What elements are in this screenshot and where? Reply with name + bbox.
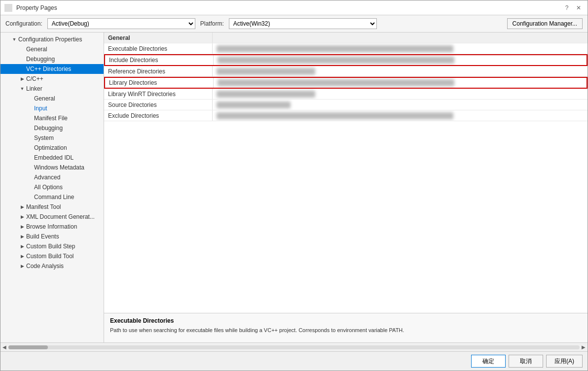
platform-label: Platform: [200, 20, 224, 27]
sidebar-item-manifest-tool[interactable]: ▶ Manifest Tool [0, 202, 104, 212]
blurred-value-ref [217, 68, 315, 75]
sidebar-item-linker-opt[interactable]: Optimization [0, 143, 104, 153]
prop-name-exec-dirs: Executable Directories [104, 43, 213, 54]
table-row[interactable]: Exclude Directories [104, 110, 588, 121]
scroll-track[interactable] [8, 345, 580, 349]
blurred-value [217, 45, 453, 52]
prop-name-libwinrt-dirs: Library WinRT Directories [104, 89, 213, 99]
expand-icon-linker-advanced [26, 173, 34, 181]
sidebar-item-label-general: General [26, 46, 47, 53]
section-header-value [213, 33, 588, 43]
prop-name-include-dirs: Include Directories [105, 55, 214, 65]
expand-icon-linker-allopts [26, 183, 34, 191]
sidebar-item-label-debugging: Debugging [26, 56, 55, 63]
ok-button[interactable]: 确定 [471, 355, 506, 368]
sidebar-item-label-vc-dirs: VC++ Directories [26, 66, 71, 72]
sidebar-item-linker-general[interactable]: General [0, 94, 104, 103]
configuration-select[interactable]: Active(Debug) [47, 18, 195, 29]
sidebar-item-label-linker: Linker [26, 85, 42, 92]
help-button[interactable]: ? [562, 3, 572, 13]
sidebar-item-linker[interactable]: ▼ Linker [0, 84, 104, 94]
config-row: Configuration: Active(Debug) Platform: A… [0, 15, 588, 33]
expand-icon-linker-embedded [26, 154, 34, 162]
window-title: Property Pages [16, 4, 57, 11]
apply-button[interactable]: 应用(A) [546, 355, 583, 368]
prop-value-libwinrt-dirs[interactable] [213, 89, 588, 99]
sidebar-item-code-analysis[interactable]: ▶ Code Analysis [0, 261, 104, 271]
sidebar-item-label-cpp: C/C++ [26, 75, 43, 82]
sidebar-item-linker-allopts[interactable]: All Options [0, 182, 104, 192]
sidebar-item-general[interactable]: General [0, 44, 104, 54]
sidebar-item-linker-manifest[interactable]: Manifest File [0, 113, 104, 123]
sidebar-item-linker-embedded[interactable]: Embedded IDL [0, 153, 104, 163]
sidebar-item-linker-advanced[interactable]: Advanced [0, 172, 104, 182]
sidebar-item-label-custom-build-step: Custom Build Step [26, 243, 75, 250]
prop-value-include-dirs[interactable] [214, 55, 587, 65]
expand-icon-manifest-tool: ▶ [18, 203, 26, 211]
prop-value-ref-dirs[interactable] [213, 66, 588, 76]
table-row-highlighted-include[interactable]: Include Directories [104, 54, 588, 66]
expand-icon-xml-doc: ▶ [18, 213, 26, 221]
sidebar: ▼ Configuration Properties General Debug… [0, 33, 104, 342]
scroll-right-icon[interactable]: ▶ [582, 344, 586, 350]
expand-icon-linker-opt [26, 144, 34, 152]
sidebar-item-custom-build-step[interactable]: ▶ Custom Build Step [0, 241, 104, 251]
sidebar-item-cpp[interactable]: ▶ C/C++ [0, 74, 104, 84]
prop-value-source-dirs[interactable] [213, 100, 588, 110]
prop-value-exec-dirs[interactable] [213, 43, 588, 54]
prop-value-exclude-dirs[interactable] [213, 110, 588, 121]
sidebar-item-custom-build-tool[interactable]: ▶ Custom Build Tool [0, 251, 104, 261]
expand-icon-code-analysis: ▶ [18, 262, 26, 270]
sidebar-item-label-linker-general: General [34, 95, 55, 102]
sidebar-item-label-linker-allopts: All Options [34, 184, 63, 191]
sidebar-item-linker-system[interactable]: System [0, 133, 104, 143]
sidebar-item-label-build-events: Build Events [26, 233, 59, 240]
prop-value-lib-dirs[interactable] [214, 78, 587, 88]
configuration-manager-button[interactable]: Configuration Manager... [507, 18, 583, 29]
sidebar-item-label-browse-info: Browse Information [26, 223, 77, 230]
prop-name-ref-dirs: Reference Directories [104, 66, 213, 76]
property-pages-window: Property Pages ? ✕ Configuration: Active… [0, 0, 588, 371]
sidebar-item-label-linker-system: System [34, 135, 54, 141]
sidebar-item-linker-winmeta[interactable]: Windows Metadata [0, 163, 104, 172]
blurred-value-winrt [217, 91, 315, 98]
sidebar-item-xml-doc[interactable]: ▶ XML Document Generat... [0, 212, 104, 222]
sidebar-item-label-linker-debug: Debugging [34, 125, 63, 132]
expand-icon-linker-input [26, 104, 34, 112]
title-bar-left: Property Pages [4, 4, 57, 12]
platform-select[interactable]: Active(Win32) [229, 18, 377, 29]
sidebar-item-label-linker-opt: Optimization [34, 144, 67, 151]
footer-title: Executable Directories [110, 317, 582, 324]
close-button[interactable]: ✕ [574, 3, 584, 13]
expand-icon-cpp: ▶ [18, 75, 26, 83]
table-row[interactable]: Executable Directories [104, 43, 588, 54]
scroll-thumb[interactable] [8, 345, 48, 349]
sidebar-item-linker-cmdline[interactable]: Command Line [0, 192, 104, 202]
sidebar-scrollbar[interactable]: ◀ ▶ [0, 342, 588, 351]
table-row-highlighted-lib[interactable]: Library Directories [104, 77, 588, 89]
scroll-left-icon[interactable]: ◀ [2, 344, 6, 350]
table-row[interactable]: Library WinRT Directories [104, 89, 588, 100]
table-row[interactable]: Reference Directories [104, 66, 588, 77]
table-row[interactable]: Source Directories [104, 100, 588, 110]
section-header-row: General [104, 33, 588, 43]
sidebar-item-build-events[interactable]: ▶ Build Events [0, 232, 104, 241]
expand-icon-linker-debug [26, 124, 34, 132]
sidebar-item-browse-info[interactable]: ▶ Browse Information [0, 222, 104, 232]
expand-icon-linker-general [26, 95, 34, 102]
sidebar-item-label-linker-cmdline: Command Line [34, 194, 74, 201]
sidebar-item-label-code-analysis: Code Analysis [26, 263, 64, 270]
sidebar-item-linker-debug[interactable]: Debugging [0, 123, 104, 133]
sidebar-item-linker-input[interactable]: Input [0, 103, 104, 113]
sidebar-item-label-linker-input: Input [34, 105, 47, 112]
footer-description: Executable Directories Path to use when … [104, 313, 588, 342]
sidebar-item-label-config-props: Configuration Properties [18, 36, 82, 43]
sidebar-item-vc-dirs[interactable]: VC++ Directories [0, 64, 104, 74]
sidebar-item-config-props[interactable]: ▼ Configuration Properties [0, 34, 104, 44]
blurred-value-source [217, 101, 291, 108]
sidebar-item-debugging[interactable]: Debugging [0, 54, 104, 64]
expand-icon-config-props: ▼ [10, 35, 18, 43]
right-panel: General Executable Directories Include D… [104, 33, 588, 342]
cancel-button[interactable]: 取消 [509, 355, 543, 368]
blurred-value-lib [218, 79, 454, 86]
